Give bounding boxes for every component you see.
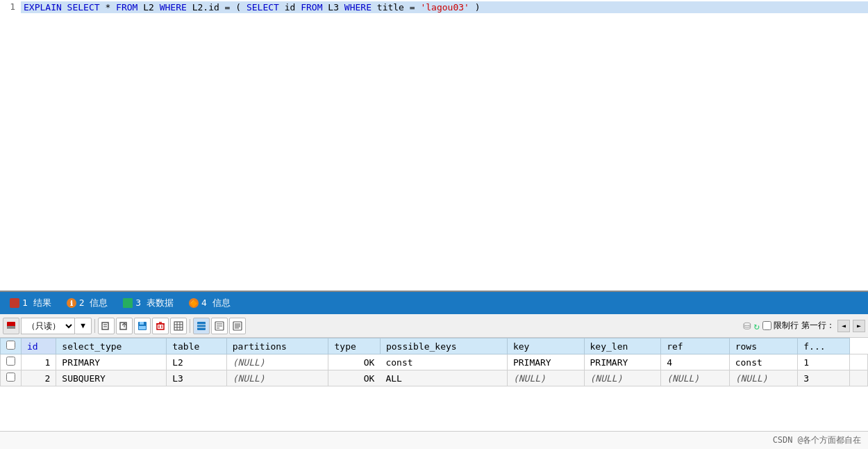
- select-wrapper: （只读） ▼: [21, 318, 92, 334]
- row2-select-type: SUBQUERY: [56, 370, 167, 386]
- sql-editor[interactable]: 1 EXPLAIN SELECT * FROM L2 WHERE L2.id =…: [0, 0, 868, 292]
- row1-ref: const: [729, 354, 798, 370]
- table-header-row: id select_type table partitions type pos…: [1, 338, 868, 354]
- tab-info1[interactable]: ℹ 2 信息: [60, 294, 115, 312]
- kw-id: id: [285, 2, 301, 13]
- kw-l2: L2: [143, 2, 159, 13]
- row1-key: PRIMARY: [584, 354, 661, 370]
- row2-partitions: (NULL): [226, 370, 328, 386]
- readonly-select[interactable]: （只读）: [21, 318, 75, 334]
- result-icon: [10, 298, 19, 308]
- limit-row-checkbox[interactable]: 限制行: [762, 320, 799, 332]
- tab-table-label: 3 表数据: [135, 297, 174, 309]
- col-header-key[interactable]: key: [507, 338, 584, 354]
- col-header-f[interactable]: f...: [798, 338, 849, 354]
- col-header-select-type[interactable]: select_type: [56, 338, 167, 354]
- view-form-btn[interactable]: [211, 318, 228, 334]
- tab-info2[interactable]: 🔶 4 信息: [182, 294, 237, 312]
- sep1: [94, 319, 95, 333]
- nav-next-btn[interactable]: ►: [853, 320, 865, 332]
- kw-l2id: L2.id = (: [192, 2, 241, 13]
- table-row: 1 PRIMARY L2 (NULL) OK const PRIMARY PRI…: [1, 354, 868, 370]
- row2-table: L3: [167, 370, 227, 386]
- svg-rect-27: [233, 322, 242, 330]
- row1-type-val: const: [380, 354, 507, 370]
- table-row: 2 SUBQUERY L3 (NULL) OK ALL (NULL) (NULL…: [1, 370, 868, 386]
- col-header-checkbox[interactable]: [1, 338, 22, 354]
- kw-star: *: [105, 2, 116, 13]
- tab-table[interactable]: 3 表数据: [116, 294, 181, 312]
- row1-checkbox[interactable]: [1, 354, 22, 370]
- tabs-bar: 1 结果 ℹ 2 信息 3 表数据 🔶 4 信息: [0, 292, 868, 314]
- tab-result[interactable]: 1 结果: [3, 294, 58, 312]
- kw-explain: EXPLAIN SELECT: [24, 2, 100, 13]
- table-icon: [123, 298, 133, 308]
- svg-rect-8: [140, 322, 144, 325]
- svg-rect-9: [139, 326, 146, 329]
- line-number: 1: [0, 1, 21, 12]
- sql-content: EXPLAIN SELECT * FROM L2 WHERE L2.id = (…: [21, 1, 868, 13]
- results-table-container[interactable]: id select_type table partitions type pos…: [0, 338, 868, 431]
- svg-rect-1: [7, 326, 15, 329]
- col-header-partitions[interactable]: partitions: [226, 338, 328, 354]
- view-grid-btn[interactable]: [193, 318, 210, 334]
- editor-line-1: 1 EXPLAIN SELECT * FROM L2 WHERE L2.id =…: [0, 0, 868, 15]
- tab-result-label: 1 结果: [22, 297, 51, 309]
- delete-btn[interactable]: [152, 318, 169, 334]
- row2-f: [849, 370, 867, 386]
- row1-select-type: PRIMARY: [56, 354, 167, 370]
- col-header-possible-keys[interactable]: possible_keys: [380, 338, 507, 354]
- status-bar: CSDN @各个方面都自在: [0, 431, 868, 449]
- export-btn[interactable]: [98, 318, 115, 334]
- col-header-table[interactable]: table: [167, 338, 227, 354]
- svg-rect-2: [102, 323, 108, 329]
- row2-id: 2: [22, 370, 56, 386]
- svg-rect-10: [157, 324, 164, 329]
- first-row-label: 第一行：: [801, 320, 835, 332]
- row1-possible-keys: PRIMARY: [507, 354, 584, 370]
- status-text: CSDN @各个方面都自在: [773, 434, 861, 446]
- row2-type-val: ALL: [380, 370, 507, 386]
- tab-info1-label: 2 信息: [79, 297, 108, 309]
- row2-type-ok: OK: [328, 370, 380, 386]
- add-record-btn[interactable]: [3, 318, 19, 334]
- nav-prev-btn[interactable]: ◄: [837, 320, 850, 332]
- col-header-ref[interactable]: ref: [661, 338, 730, 354]
- limit-checkbox[interactable]: [762, 321, 771, 330]
- select-all-checkbox[interactable]: [6, 341, 15, 350]
- result-toolbar: （只读） ▼: [0, 314, 868, 338]
- col-header-rows[interactable]: rows: [729, 338, 798, 354]
- row1-table: L2: [167, 354, 227, 370]
- limit-label: 限制行: [774, 320, 799, 332]
- col-header-id[interactable]: id: [22, 338, 56, 354]
- row1-select[interactable]: [6, 357, 15, 366]
- sep2: [190, 319, 190, 333]
- kw-where1: WHERE: [160, 2, 187, 13]
- row2-key-len: (NULL): [661, 370, 730, 386]
- row2-select[interactable]: [6, 373, 15, 382]
- kw-from1: FROM: [116, 2, 137, 13]
- kw-close: ): [475, 2, 481, 13]
- row2-rows: 3: [798, 370, 849, 386]
- view-text-btn[interactable]: [229, 318, 246, 334]
- col-header-key-len[interactable]: key_len: [584, 338, 661, 354]
- kw-l3: L3: [328, 2, 344, 13]
- svg-rect-5: [120, 323, 126, 329]
- row2-key: (NULL): [584, 370, 661, 386]
- kw-string-val: 'lagou03': [420, 2, 469, 13]
- row1-f: [849, 354, 867, 370]
- refresh-icon[interactable]: ↻: [754, 320, 760, 332]
- svg-rect-15: [174, 322, 183, 330]
- col-header-type[interactable]: type: [328, 338, 380, 354]
- kw-from2: FROM: [301, 2, 322, 13]
- import-btn[interactable]: [116, 318, 133, 334]
- row1-rows: 1: [798, 354, 849, 370]
- kw-where2: WHERE: [344, 2, 372, 13]
- select-dropdown-btn[interactable]: ▼: [75, 318, 92, 334]
- row2-checkbox[interactable]: [1, 370, 22, 386]
- save-btn[interactable]: [134, 318, 151, 334]
- info2-icon: 🔶: [189, 298, 199, 308]
- grid-btn[interactable]: [170, 318, 187, 334]
- row1-id: 1: [22, 354, 56, 370]
- bottom-panel: 1 结果 ℹ 2 信息 3 表数据 🔶 4 信息 （只读） ▼: [0, 292, 868, 449]
